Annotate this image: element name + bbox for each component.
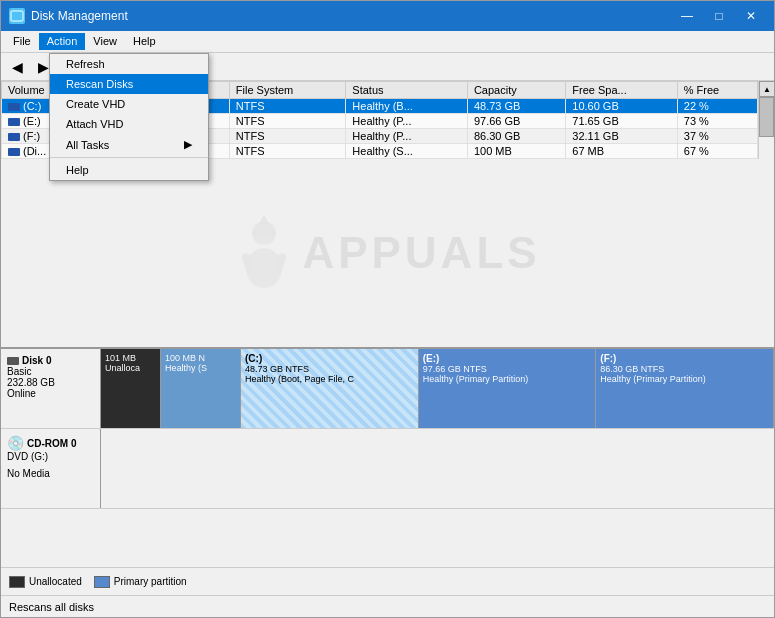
menu-view[interactable]: View xyxy=(85,33,125,50)
cdrom-area xyxy=(101,429,774,508)
app-icon xyxy=(9,8,25,24)
menu-separator xyxy=(50,157,208,158)
watermark-area: APPUALS xyxy=(1,159,774,347)
scroll-thumb[interactable] xyxy=(759,97,774,137)
legend-primary: Primary partition xyxy=(94,576,187,588)
col-pct[interactable]: % Free xyxy=(677,82,757,99)
table-scrollbar[interactable]: ▲ ▼ xyxy=(758,81,774,159)
menu-action-rescan[interactable]: Rescan Disks xyxy=(50,74,208,94)
legend-unallocated-box xyxy=(9,576,25,588)
menu-action-all-tasks[interactable]: All Tasks ▶ xyxy=(50,134,208,155)
menu-action[interactable]: Action xyxy=(39,33,86,50)
disk-0-status: Online xyxy=(7,388,94,399)
disk-0-partitions: 101 MB Unalloca 100 MB N Healthy (S (C:)… xyxy=(101,349,774,428)
menu-action-attach-vhd[interactable]: Attach VHD xyxy=(50,114,208,134)
cdrom-icon: 💿 xyxy=(7,435,24,451)
menu-action-create-vhd[interactable]: Create VHD xyxy=(50,94,208,114)
watermark-logo: APPUALS xyxy=(234,213,540,293)
volume-disk-icon xyxy=(8,133,20,141)
menu-help[interactable]: Help xyxy=(125,33,164,50)
close-button[interactable]: ✕ xyxy=(736,6,766,26)
disk-0-size: 232.88 GB xyxy=(7,377,94,388)
partition-unalloc[interactable]: 101 MB Unalloca xyxy=(101,349,161,428)
menu-file[interactable]: File xyxy=(5,33,39,50)
partition-f[interactable]: (F:) 86.30 GB NTFS Healthy (Primary Part… xyxy=(596,349,774,428)
svg-rect-1 xyxy=(13,17,21,19)
menu-action-refresh[interactable]: Refresh xyxy=(50,54,208,74)
status-bar: Rescans all disks xyxy=(1,595,774,617)
window-title: Disk Management xyxy=(31,9,672,23)
disk-0-type: Basic xyxy=(7,366,94,377)
disk-icon xyxy=(7,357,19,365)
watermark-text: APPUALS xyxy=(302,228,540,278)
disk-visual-area: Disk 0 Basic 232.88 GB Online 101 MB Una… xyxy=(1,347,774,567)
cdrom-row: 💿 CD-ROM 0 DVD (G:) No Media xyxy=(1,429,774,509)
partition-sys[interactable]: 100 MB N Healthy (S xyxy=(161,349,241,428)
menu-action-help[interactable]: Help xyxy=(50,160,208,180)
legend-bar: Unallocated Primary partition xyxy=(1,567,774,595)
window-controls: — □ ✕ xyxy=(672,6,766,26)
volume-disk-icon xyxy=(8,103,20,111)
cdrom-title: 💿 CD-ROM 0 xyxy=(7,435,94,451)
legend-primary-box xyxy=(94,576,110,588)
status-text: Rescans all disks xyxy=(9,601,94,613)
svg-point-2 xyxy=(15,12,19,16)
volume-disk-icon xyxy=(8,118,20,126)
partition-c[interactable]: (C:) 48.73 GB NTFS Healthy (Boot, Page F… xyxy=(241,349,419,428)
scroll-up[interactable]: ▲ xyxy=(759,81,774,97)
disk-info-0: Disk 0 Basic 232.88 GB Online xyxy=(1,349,101,428)
minimize-button[interactable]: — xyxy=(672,6,702,26)
legend-unallocated-label: Unallocated xyxy=(29,576,82,587)
cdrom-info: 💿 CD-ROM 0 DVD (G:) No Media xyxy=(1,429,101,508)
disk-row-0: Disk 0 Basic 232.88 GB Online 101 MB Una… xyxy=(1,349,774,429)
back-button[interactable]: ◀ xyxy=(5,56,29,78)
maximize-button[interactable]: □ xyxy=(704,6,734,26)
col-free[interactable]: Free Spa... xyxy=(566,82,677,99)
col-capacity[interactable]: Capacity xyxy=(467,82,565,99)
volume-disk-icon xyxy=(8,148,20,156)
legend-primary-label: Primary partition xyxy=(114,576,187,587)
title-bar: Disk Management — □ ✕ xyxy=(1,1,774,31)
legend-unallocated: Unallocated xyxy=(9,576,82,588)
disk-0-title: Disk 0 xyxy=(7,355,94,366)
col-status[interactable]: Status xyxy=(346,82,468,99)
partition-e[interactable]: (E:) 97.66 GB NTFS Healthy (Primary Part… xyxy=(419,349,597,428)
col-fs[interactable]: File System xyxy=(229,82,346,99)
menu-bar: File Action View Help Refresh Rescan Dis… xyxy=(1,31,774,53)
cdrom-type: DVD (G:) xyxy=(7,451,94,462)
disk-management-window: Disk Management — □ ✕ File Action View H… xyxy=(0,0,775,618)
cdrom-status: No Media xyxy=(7,468,94,479)
action-dropdown-menu: Refresh Rescan Disks Create VHD Attach V… xyxy=(49,53,209,181)
